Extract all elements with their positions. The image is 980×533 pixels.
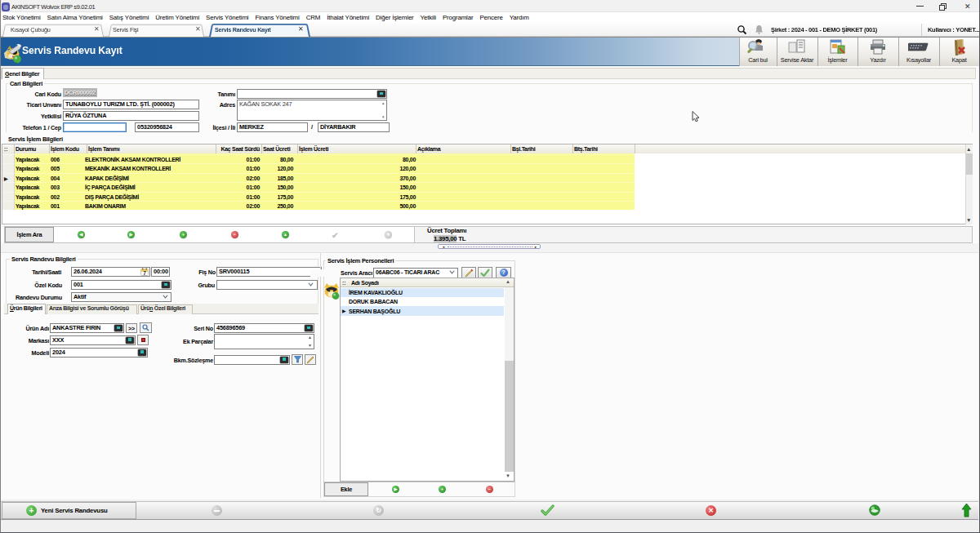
svg-text:7: 7 — [143, 270, 146, 276]
